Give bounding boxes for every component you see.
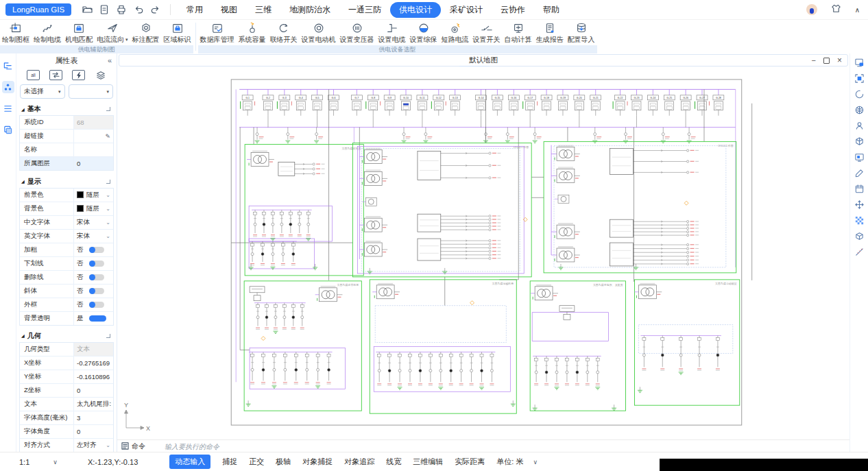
ribbon-button-short-circuit[interactable]: 短路电流 — [439, 21, 471, 45]
layer-value[interactable]: 0 — [74, 157, 113, 170]
font-angle-value[interactable]: 0 — [74, 425, 113, 438]
foreground-color-select[interactable]: 随层⌄ — [74, 189, 113, 202]
ribbon-button-draw-cable[interactable]: 绘制电缆 — [32, 21, 63, 45]
ribbon-button-current-flow[interactable]: 电流流向▾ — [95, 21, 130, 45]
extent-icon[interactable] — [854, 73, 865, 84]
background-color-select[interactable]: 随层⌄ — [74, 202, 113, 215]
text-value[interactable]: 太九机尾排: — [74, 398, 113, 411]
view-save-icon[interactable] — [854, 57, 865, 68]
collapse-ribbon-icon[interactable]: ∧ — [855, 6, 860, 14]
ribbon-button-system-capacity[interactable]: 系统容量 — [237, 21, 268, 45]
toggle-object-track[interactable]: 对象追踪 — [344, 457, 374, 467]
unit-label[interactable]: 单位: 米 — [496, 457, 523, 467]
name-value[interactable] — [74, 143, 113, 156]
orbit-circle-icon[interactable] — [854, 88, 865, 99]
section-header-geometry[interactable]: ◢ 几何 — [16, 330, 117, 342]
command-input[interactable] — [163, 442, 372, 451]
y-value[interactable]: -0.1610896 — [74, 370, 113, 383]
toggle-polar[interactable]: 极轴 — [276, 457, 291, 467]
ribbon-button-set-transformer[interactable]: 设置变压器 — [338, 21, 376, 45]
toggle-snap[interactable]: 捕捉 — [222, 457, 237, 467]
ribbon-button-draw-frame[interactable]: 绘制图框 — [0, 21, 32, 45]
legend-stack-icon[interactable] — [2, 123, 14, 136]
layer-tree-icon[interactable] — [2, 60, 14, 72]
x-value[interactable]: -0.2765169 — [74, 357, 113, 370]
filter-all-tab[interactable]: all — [27, 70, 40, 80]
edit-pencil-icon[interactable]: ✎ — [105, 133, 110, 140]
open-folder-icon[interactable] — [81, 3, 93, 16]
object-type-select[interactable]: 未选择 ▾ — [20, 84, 65, 99]
menu-dice-fangzhishui[interactable]: 地测防治水 — [280, 2, 339, 18]
strike-toggle[interactable] — [89, 274, 104, 280]
filter-layers-icon[interactable] — [95, 71, 106, 80]
toggle-lineweight[interactable]: 线宽 — [386, 457, 401, 467]
ribbon-button-auto-calc[interactable]: 自动计算 — [503, 21, 534, 45]
filter-lightning-icon[interactable] — [72, 70, 85, 80]
toggle-dynamic-input[interactable]: 动态输入 — [169, 455, 210, 469]
user-view-icon[interactable] — [854, 120, 865, 131]
ribbon-button-machine-match[interactable]: 机电匹配 — [63, 21, 95, 45]
underline-toggle[interactable] — [89, 261, 104, 267]
grid-fill-icon[interactable] — [854, 215, 865, 226]
italic-toggle[interactable] — [89, 288, 104, 294]
freehand-icon[interactable] — [854, 167, 865, 178]
toggle-real-distance[interactable]: 实际距离 — [455, 457, 485, 467]
en-font-select[interactable]: 宋体⌄ — [74, 230, 113, 243]
calendar-icon[interactable] — [854, 183, 865, 194]
outline-toggle[interactable] — [89, 302, 104, 308]
menu-changyong[interactable]: 常用 — [178, 2, 212, 18]
grid-map-icon[interactable] — [854, 104, 865, 115]
component-dots-icon[interactable] — [2, 81, 14, 93]
ribbon-button-set-switch[interactable]: 设置开关 — [471, 21, 503, 45]
skin-icon[interactable] — [831, 3, 841, 16]
box-3d-icon[interactable] — [854, 230, 865, 241]
minimize-icon[interactable]: − — [812, 57, 816, 64]
ribbon-button-set-motor[interactable]: 设置电动机 — [300, 21, 338, 45]
menu-shitu[interactable]: 视图 — [212, 2, 246, 18]
redo-icon[interactable] — [149, 3, 162, 16]
dropdown-caret-icon[interactable]: ▾ — [125, 37, 128, 43]
section-header-basic[interactable]: ◢ 基本 — [16, 103, 117, 115]
menu-sanwei[interactable]: 三维 — [246, 2, 280, 18]
cn-font-select[interactable]: 宋体⌄ — [74, 216, 113, 229]
command-list-icon[interactable] — [121, 442, 129, 451]
menu-yitong-sanfang[interactable]: 一通三防 — [339, 2, 390, 18]
ribbon-button-annotation-config[interactable]: 标注配置 — [130, 21, 162, 45]
object-instance-select[interactable]: ▾ — [69, 84, 114, 99]
ribbon-button-config-import[interactable]: 配置导入 — [566, 21, 597, 45]
section-header-display[interactable]: ◢ 显示 — [16, 175, 117, 187]
ribbon-button-gen-report[interactable]: 生成报告 — [534, 21, 566, 45]
hyperlink-value[interactable]: ✎ — [74, 130, 113, 143]
menu-gongdian-sheji[interactable]: 供电设计 — [390, 2, 441, 18]
zoom-chevron-icon[interactable]: ∨ — [53, 459, 58, 466]
ribbon-button-database-manage[interactable]: 数据库管理 — [198, 21, 237, 45]
menu-caikuang-sheji[interactable]: 采矿设计 — [441, 2, 492, 18]
list-view-icon[interactable] — [2, 102, 14, 114]
menu-bangzhu[interactable]: 帮助 — [534, 2, 568, 18]
print-icon[interactable] — [115, 3, 128, 16]
user-avatar[interactable] — [806, 4, 817, 15]
close-icon[interactable]: × — [837, 56, 842, 64]
bold-toggle[interactable] — [89, 247, 104, 253]
ribbon-button-set-cable[interactable]: 设置电缆 — [376, 21, 408, 45]
drawing-viewport[interactable]: G-1G-2G-3G-4G-5G-6G-7G-8G-9G-10G-11G-12G… — [117, 67, 849, 439]
align-select[interactable]: 左对齐⌄ — [74, 439, 113, 452]
pan-icon[interactable] — [854, 199, 865, 210]
schematic-canvas[interactable]: G-1G-2G-3G-4G-5G-6G-7G-8G-9G-10G-11G-12G… — [117, 67, 849, 439]
toggle-object-snap[interactable]: 对象捕捉 — [302, 457, 333, 467]
toggle-3d-edit[interactable]: 三维编辑 — [413, 457, 443, 467]
ribbon-button-set-protection[interactable]: 设置综保 — [408, 21, 439, 45]
unit-chevron-icon[interactable]: ∨ — [533, 459, 538, 466]
brand-button[interactable]: LongRuan GIS — [5, 3, 71, 16]
ribbon-button-tie-switch[interactable]: 联络开关 — [268, 21, 300, 45]
bg-transparent-toggle[interactable] — [89, 315, 106, 322]
maximize-icon[interactable] — [823, 58, 830, 64]
zoom-ratio[interactable]: 1:1 — [19, 458, 29, 466]
undo-icon[interactable] — [132, 3, 145, 16]
z-value[interactable]: 0 — [74, 384, 113, 397]
ribbon-button-area-mark[interactable]: 区域标识 — [162, 21, 193, 45]
menu-yunxiezuo[interactable]: 云协作 — [492, 2, 534, 18]
measure-icon[interactable] — [854, 246, 865, 257]
filter-match-icon[interactable] — [49, 70, 62, 80]
toggle-ortho[interactable]: 正交 — [249, 457, 264, 467]
